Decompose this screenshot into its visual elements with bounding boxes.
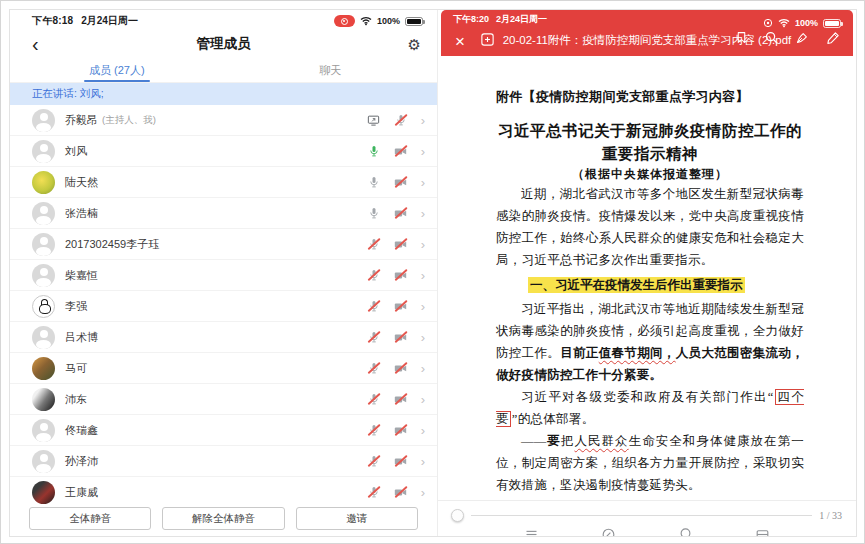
screen-recording-pill-icon[interactable]	[334, 15, 355, 27]
status-date: 2月24日周一	[81, 14, 138, 28]
member-row[interactable]: 马可 ›	[10, 353, 437, 384]
camera-off-icon[interactable]	[394, 392, 408, 406]
mic-muted-icon[interactable]	[367, 237, 381, 251]
camera-off-icon[interactable]	[394, 423, 408, 437]
avatar	[32, 481, 55, 504]
back-icon[interactable]: ‹	[32, 34, 39, 54]
chevron-right-icon[interactable]: ›	[421, 176, 425, 189]
paragraph: 近期，湖北省武汉市等多个地区发生新型冠状病毒感染的肺炎疫情。疫情爆发以来，党中央…	[496, 183, 804, 271]
status-time: 下午8:20	[453, 13, 489, 26]
member-actions-footer: 全体静音 解除全体静音 邀请	[10, 505, 437, 536]
close-icon[interactable]: ×	[455, 33, 465, 50]
member-row[interactable]: 佟瑞鑫 ›	[10, 415, 437, 446]
member-row[interactable]: 吕术博 ›	[10, 322, 437, 353]
camera-off-icon[interactable]	[394, 237, 408, 251]
member-list: 乔毅昂 (主持人、我) › 刘风 ›	[10, 105, 437, 505]
camera-off-icon[interactable]	[394, 299, 408, 313]
camera-off-icon[interactable]	[394, 268, 408, 282]
member-row[interactable]: 乔毅昂 (主持人、我) ›	[10, 105, 437, 136]
camera-off-icon[interactable]	[394, 206, 408, 220]
member-row[interactable]: 孙泽沛 ›	[10, 446, 437, 477]
mic-icon[interactable]	[367, 206, 381, 220]
section-heading-highlighted: 一、习近平在疫情发生后作出重要指示	[496, 274, 804, 295]
member-name: 沛东	[65, 392, 87, 407]
mic-muted-icon[interactable]	[367, 423, 381, 437]
pdf-bottom-bar: 1 / 33	[438, 500, 856, 536]
camera-off-icon[interactable]	[394, 330, 408, 344]
left-status-bar: 下午8:18 2月24日周一 100%	[10, 10, 437, 30]
wifi-icon	[360, 16, 372, 26]
mute-all-button[interactable]: 全体静音	[29, 507, 151, 530]
avatar	[32, 419, 55, 442]
mic-muted-icon[interactable]	[367, 361, 381, 375]
chevron-right-icon[interactable]: ›	[421, 331, 425, 344]
invite-button[interactable]: 邀请	[296, 507, 418, 530]
outline-icon[interactable]	[524, 526, 539, 536]
chevron-right-icon[interactable]: ›	[421, 362, 425, 375]
chevron-right-icon[interactable]: ›	[421, 238, 425, 251]
speaking-banner: 正在讲话: 刘风;	[10, 83, 437, 105]
mic-muted-icon[interactable]	[367, 330, 381, 344]
pdf-page[interactable]: 附件【疫情防控期间党支部重点学习内容】 习近平总书记关于新冠肺炎疫情防控工作的 …	[438, 56, 856, 536]
camera-off-icon[interactable]	[394, 144, 408, 158]
mic-muted-icon[interactable]	[367, 268, 381, 282]
tabs: 成员 (27人) 聊天	[10, 58, 437, 83]
member-row[interactable]: 王康威 ›	[10, 477, 437, 505]
mic-icon[interactable]	[367, 175, 381, 189]
pdf-header: 下午8:20 2月24日周一 100% × 20-02-11附件：疫情防控期间党…	[441, 10, 853, 56]
member-row[interactable]: 2017302459李子珏 ›	[10, 229, 437, 260]
meeting-members-pane: 下午8:18 2月24日周一 100% ‹ 管理成员 ⚙ 成员 (27人) 聊天…	[10, 10, 437, 536]
slider-track[interactable]	[471, 515, 812, 516]
pdf-viewer-pane: 下午8:20 2月24日周一 100% × 20-02-11附件：疫情防控期间党…	[438, 10, 856, 536]
camera-off-icon[interactable]	[394, 175, 408, 189]
document-subtitle: （根据中央媒体报道整理）	[496, 166, 804, 183]
member-row[interactable]: 张浩楠 ›	[10, 198, 437, 229]
chevron-right-icon[interactable]: ›	[421, 145, 425, 158]
chevron-right-icon[interactable]: ›	[421, 455, 425, 468]
member-name: 柴嘉恒	[65, 268, 98, 283]
chevron-right-icon[interactable]: ›	[421, 114, 425, 127]
member-row[interactable]: 刘风 ›	[10, 136, 437, 167]
camera-off-icon[interactable]	[394, 361, 408, 375]
chevron-right-icon[interactable]: ›	[421, 207, 425, 220]
reader-mode-icon[interactable]	[755, 526, 770, 536]
member-name: 王康威	[65, 485, 98, 500]
chevron-right-icon[interactable]: ›	[421, 393, 425, 406]
mic-muted-icon[interactable]	[367, 485, 381, 499]
tab-members[interactable]: 成员 (27人)	[10, 58, 224, 82]
chevron-right-icon[interactable]: ›	[421, 486, 425, 499]
annotate-icon[interactable]	[601, 526, 616, 536]
chevron-right-icon[interactable]: ›	[421, 424, 425, 437]
bookmark-icon[interactable]	[735, 30, 748, 49]
mic-on-icon[interactable]	[367, 144, 381, 158]
add-pages-icon[interactable]	[480, 32, 495, 51]
member-row[interactable]: 李强 ›	[10, 291, 437, 322]
mic-muted-icon[interactable]	[367, 392, 381, 406]
mic-muted-icon[interactable]	[367, 454, 381, 468]
marker-icon[interactable]	[795, 30, 810, 49]
member-row[interactable]: 沛东 ›	[10, 384, 437, 415]
member-row[interactable]: 柴嘉恒 ›	[10, 260, 437, 291]
paragraph: 习近平指出，湖北武汉市等地近期陆续发生新型冠状病毒感染的肺炎疫情，必须引起高度重…	[496, 298, 804, 386]
avatar	[32, 450, 55, 473]
avatar	[32, 388, 55, 411]
avatar	[32, 109, 55, 132]
page-slider[interactable]: 1 / 33	[451, 509, 842, 522]
unmute-all-button[interactable]: 解除全体静音	[162, 507, 284, 530]
member-row[interactable]: 陆天然 ›	[10, 167, 437, 198]
slider-knob[interactable]	[451, 509, 464, 522]
pencil-icon[interactable]	[826, 30, 841, 49]
battery-icon	[405, 17, 423, 26]
search-loupe-icon[interactable]	[678, 526, 693, 536]
mic-muted-icon[interactable]	[394, 113, 408, 127]
camera-off-icon[interactable]	[394, 485, 408, 499]
search-icon[interactable]	[764, 30, 779, 49]
chevron-right-icon[interactable]: ›	[421, 269, 425, 282]
camera-off-icon[interactable]	[394, 454, 408, 468]
mic-muted-icon[interactable]	[367, 299, 381, 313]
gear-icon[interactable]: ⚙	[408, 37, 421, 52]
chevron-right-icon[interactable]: ›	[421, 300, 425, 313]
member-name: 吕术博	[65, 330, 98, 345]
avatar	[32, 140, 55, 163]
tab-chat[interactable]: 聊天	[224, 58, 438, 82]
